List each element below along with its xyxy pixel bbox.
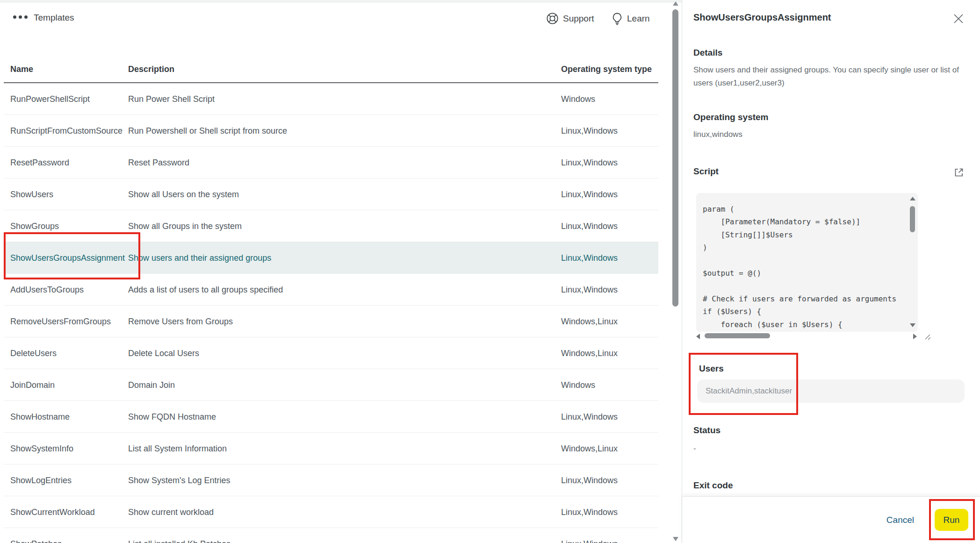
- template-os-cell: Windows,Linux: [561, 348, 618, 358]
- table-row[interactable]: JoinDomain Domain Join Windows: [4, 369, 658, 401]
- template-detail-panel: ShowUsersGroupsAssignment Details Show u…: [682, 0, 980, 543]
- table-row[interactable]: DeleteUsers Delete Local Users Windows,L…: [4, 337, 658, 369]
- template-description-cell: Delete Local Users: [128, 348, 199, 358]
- template-os-cell: Linux,Windows: [561, 189, 618, 199]
- column-header-description: Description: [128, 64, 174, 74]
- template-os-cell: Linux,Windows: [561, 412, 618, 422]
- template-name-cell: JoinDomain: [10, 380, 55, 390]
- exit-code-label: Exit code: [693, 480, 733, 491]
- page-scrollbar[interactable]: [672, 0, 679, 543]
- overflow-menu-icon[interactable]: [13, 15, 28, 19]
- support-label: Support: [563, 14, 594, 24]
- script-scroll-down-icon[interactable]: [910, 323, 915, 327]
- script-scroll-right-icon[interactable]: [913, 334, 917, 339]
- template-description-cell: Show current workload: [128, 507, 214, 517]
- resize-handle-icon[interactable]: [922, 332, 932, 341]
- template-name-cell: ShowPatches: [10, 539, 62, 543]
- template-name-cell: RemoveUsersFromGroups: [10, 316, 111, 326]
- table-row[interactable]: AddUsersToGroups Adds a list of users to…: [4, 274, 658, 306]
- status-label: Status: [693, 425, 721, 436]
- template-name-cell: ResetPassword: [10, 157, 69, 167]
- column-header-name: Name: [10, 64, 33, 74]
- template-name-cell: DeleteUsers: [10, 348, 57, 358]
- template-name-cell: RunPowerShellScript: [10, 94, 90, 104]
- table-header-row: Name Description Operating system type: [4, 56, 658, 83]
- template-description-cell: Adds a list of users to all groups speci…: [128, 285, 283, 294]
- template-description-cell: Show FQDN Hostname: [128, 412, 216, 422]
- table-row[interactable]: ShowGroups Show all Groups in the system…: [4, 210, 658, 242]
- script-horizontal-scrollbar[interactable]: [696, 333, 918, 340]
- template-description-cell: Domain Join: [128, 380, 175, 390]
- table-row[interactable]: ShowLogEntries Show System's Log Entries…: [4, 464, 658, 496]
- close-icon[interactable]: [953, 13, 964, 24]
- script-scroll-left-icon[interactable]: [696, 334, 700, 339]
- table-row[interactable]: ShowUsersGroupsAssignment Show users and…: [4, 242, 658, 274]
- script-code-line: [703, 279, 904, 292]
- templates-page: Templates Support: [0, 0, 980, 543]
- scroll-down-arrow-icon[interactable]: [673, 537, 678, 541]
- table-row[interactable]: ResetPassword Reset Password Linux,Windo…: [4, 147, 658, 179]
- column-header-os-type: Operating system type: [561, 64, 652, 74]
- template-description-cell: Reset Password: [128, 157, 189, 167]
- script-vertical-scrollbar[interactable]: [909, 193, 916, 332]
- template-os-cell: Windows: [561, 380, 595, 390]
- template-description-cell: Run Power Shell Script: [128, 94, 215, 104]
- table-row[interactable]: ShowPatches List all installed Kb Patche…: [4, 528, 658, 543]
- script-label: Script: [693, 166, 719, 177]
- template-os-cell: Linux,Windows: [561, 285, 618, 294]
- script-code-line: # Check if users are forwarded as argume…: [703, 293, 904, 305]
- template-os-cell: Windows,Linux: [561, 316, 618, 326]
- template-os-cell: Linux,Windows: [561, 507, 618, 517]
- script-hscroll-thumb[interactable]: [705, 333, 770, 338]
- table-row[interactable]: ShowUsers Show all Users on the system L…: [4, 179, 658, 210]
- status-value: -: [693, 444, 696, 453]
- template-name-cell: AddUsersToGroups: [10, 285, 84, 294]
- support-button[interactable]: Support: [546, 12, 594, 25]
- template-description-cell: Show all Users on the system: [128, 189, 239, 199]
- template-name-cell: ShowSystemInfo: [10, 443, 73, 453]
- table-row[interactable]: RemoveUsersFromGroups Remove Users from …: [4, 306, 658, 337]
- template-name-cell: ShowCurrentWorkload: [10, 507, 95, 517]
- details-text: Show users and their assigned groups. Yo…: [693, 64, 972, 90]
- template-name-cell: ShowGroups: [10, 221, 59, 231]
- cancel-button[interactable]: Cancel: [886, 515, 914, 525]
- table-row[interactable]: ShowHostname Show FQDN Hostname Linux,Wi…: [4, 401, 658, 433]
- table-row[interactable]: RunScriptFromCustomSource Run Powershell…: [4, 115, 658, 147]
- operating-system-label: Operating system: [693, 112, 769, 122]
- script-code-line: [String[]]$Users: [703, 229, 904, 241]
- run-button[interactable]: Run: [935, 509, 968, 531]
- template-os-cell: Linux,Windows: [561, 126, 618, 136]
- script-vscroll-thumb[interactable]: [910, 206, 915, 232]
- users-input[interactable]: [697, 379, 965, 403]
- table-row[interactable]: ShowCurrentWorkload Show current workloa…: [4, 496, 658, 528]
- panel-title: ShowUsersGroupsAssignment: [693, 12, 831, 23]
- page-scrollbar-thumb[interactable]: [672, 9, 678, 307]
- template-os-cell: Linux,Windows: [561, 539, 618, 543]
- template-os-cell: Linux,Windows: [561, 253, 618, 263]
- scroll-up-arrow-icon[interactable]: [673, 1, 678, 6]
- template-os-cell: Linux,Windows: [561, 475, 618, 485]
- template-os-cell: Linux,Windows: [561, 157, 618, 167]
- script-code-line: if ($Users) {: [703, 305, 904, 318]
- lightbulb-icon: [612, 12, 623, 25]
- table-row[interactable]: ShowSystemInfo List all System Informati…: [4, 433, 658, 464]
- template-description-cell: Run Powershell or Shell script from sour…: [128, 126, 287, 136]
- script-code-line: [Parameter(Mandatory = $false)]: [703, 215, 904, 228]
- learn-button[interactable]: Learn: [612, 12, 650, 25]
- template-description-cell: List all System Information: [128, 443, 227, 453]
- template-name-cell: RunScriptFromCustomSource: [10, 126, 122, 136]
- panel-footer: Cancel Run: [682, 496, 980, 543]
- template-description-cell: Show users and their assigned groups: [128, 253, 271, 263]
- open-external-icon[interactable]: [953, 167, 964, 178]
- script-code-line: ): [703, 241, 904, 254]
- template-os-cell: Windows,Linux: [561, 443, 618, 453]
- script-code-line: param (: [703, 203, 904, 215]
- script-code: param ( [Parameter(Mandatory = $false)] …: [696, 193, 918, 332]
- template-description-cell: Show all Groups in the system: [128, 221, 242, 231]
- topbar: Templates Support: [0, 0, 671, 37]
- script-code-line: [703, 254, 904, 267]
- templates-table: Name Description Operating system type R…: [4, 56, 658, 543]
- template-name-cell: ShowUsersGroupsAssignment: [10, 253, 125, 263]
- script-scroll-up-icon[interactable]: [910, 197, 915, 200]
- table-row[interactable]: RunPowerShellScript Run Power Shell Scri…: [4, 83, 658, 115]
